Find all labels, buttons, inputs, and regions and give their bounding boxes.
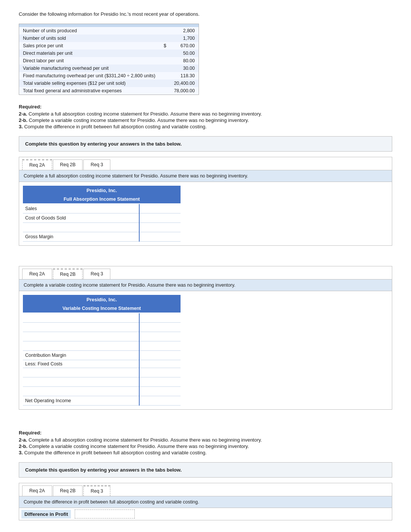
stmt-label: Cost of Goods Sold	[23, 213, 139, 223]
info-table-row: Number of units sold 1,700	[19, 35, 199, 42]
stmt-label	[23, 377, 139, 387]
info-value: 1,700	[170, 35, 199, 42]
info-table-row: Fixed manufacturing overhead per unit ($…	[19, 72, 199, 80]
stmt-table-2: Contribution MarginLess: Fixed CostsNet …	[23, 313, 181, 406]
info-table-row: Variable manufacturing overhead per unit…	[19, 65, 199, 72]
info-table-row: Total variable selling expenses ($12 per…	[19, 80, 199, 87]
stmt-input[interactable]	[142, 352, 178, 359]
info-table-row: Number of units produced 2,800	[19, 27, 199, 35]
statement-title-2: Variable Costing Income Statement	[23, 304, 181, 313]
stmt-row: Less: Fixed Costs	[23, 360, 181, 368]
tab-req-2b[interactable]: Req 2B	[53, 269, 83, 279]
required-item: 3. Compute the difference in profit betw…	[19, 124, 392, 129]
statement-wrapper-2: Presidio, Inc. Variable Costing Income S…	[19, 291, 392, 409]
info-prefix	[160, 57, 170, 65]
tab-req-2b[interactable]: Req 2B	[53, 485, 83, 496]
question-box-1: Complete this question by entering your …	[19, 136, 392, 152]
stmt-label: Less: Fixed Costs	[23, 360, 139, 368]
stmt-input[interactable]	[142, 343, 178, 349]
tab-req-3[interactable]: Req 3	[83, 485, 110, 496]
intro-text: Consider the following information for P…	[19, 11, 392, 17]
stmt-input-cell[interactable]	[139, 332, 181, 341]
stmt-input[interactable]	[142, 224, 178, 231]
stmt-input[interactable]	[142, 215, 178, 221]
tabs-row-2: Req 2AReq 2BReq 3	[19, 266, 392, 280]
info-value: 20,400.00	[170, 80, 199, 87]
stmt-row: Contribution Margin	[23, 351, 181, 360]
info-prefix	[160, 80, 170, 87]
stmt-input[interactable]	[142, 324, 178, 331]
stmt-input[interactable]	[142, 314, 178, 321]
stmt-row	[23, 377, 181, 387]
stmt-input-cell[interactable]	[139, 323, 181, 332]
stmt-row: Cost of Goods Sold	[23, 213, 181, 223]
stmt-input-cell	[139, 360, 181, 368]
info-value: 670.00	[170, 42, 199, 50]
stmt-row	[23, 323, 181, 332]
stmt-input-cell[interactable]	[139, 223, 181, 232]
stmt-row	[23, 341, 181, 351]
stmt-row	[23, 313, 181, 323]
info-label: Number of units sold	[19, 35, 160, 42]
info-prefix	[160, 27, 170, 35]
tab-req-3[interactable]: Req 3	[83, 269, 110, 279]
tab-req-2a[interactable]: Req 2A	[22, 269, 52, 279]
info-table: Number of units produced 2,800 Number of…	[19, 24, 199, 95]
info-table-row: Total fixed general and administrative e…	[19, 87, 199, 95]
info-label: Sales price per unit	[19, 42, 160, 50]
stmt-label	[23, 332, 139, 341]
stmt-input-cell[interactable]	[139, 232, 181, 242]
stmt-input-cell[interactable]	[139, 204, 181, 213]
info-prefix	[160, 35, 170, 42]
info-prefix: $	[160, 42, 170, 50]
section1-tabs-outer: Req 2AReq 2BReq 3 Complete a full absorp…	[19, 157, 392, 246]
stmt-input-cell[interactable]	[139, 377, 181, 387]
section3-tabs-outer: Req 2AReq 2BReq 3 Compute the difference…	[19, 483, 392, 520]
stmt-input-cell[interactable]	[139, 351, 181, 360]
info-value: 50.00	[170, 50, 199, 57]
stmt-input-cell[interactable]	[139, 213, 181, 223]
stmt-input[interactable]	[142, 369, 178, 376]
info-label: Variable manufacturing overhead per unit	[19, 65, 160, 72]
stmt-label	[23, 313, 139, 323]
stmt-row	[23, 332, 181, 341]
info-value: 2,800	[170, 27, 199, 35]
stmt-label	[23, 223, 139, 232]
info-value: 80.00	[170, 57, 199, 65]
stmt-input-cell[interactable]	[139, 387, 181, 396]
stmt-label	[23, 368, 139, 377]
stmt-input[interactable]	[142, 397, 178, 404]
info-table-row: Sales price per unit $ 670.00	[19, 42, 199, 50]
info-value: 78,000.00	[170, 87, 199, 95]
tab-req-2a[interactable]: Req 2A	[22, 159, 52, 170]
required-item: 3. Compute the difference in profit betw…	[19, 450, 392, 455]
stmt-input-cell[interactable]	[139, 396, 181, 406]
info-table-row: Direct labor per unit 80.00	[19, 57, 199, 65]
required-item: 2-a. Complete a full absorption costing …	[19, 437, 392, 443]
stmt-label	[23, 323, 139, 332]
tab-req-2b[interactable]: Req 2B	[53, 159, 83, 170]
tab-req-2a[interactable]: Req 2A	[22, 485, 52, 496]
tabs-row-3: Req 2AReq 2BReq 3	[19, 483, 392, 496]
section2-tabs-outer: Req 2AReq 2BReq 3 Complete a variable co…	[19, 266, 392, 410]
stmt-input[interactable]	[142, 379, 178, 385]
stmt-input[interactable]	[142, 205, 178, 212]
stmt-input[interactable]	[142, 388, 178, 395]
tabs-row-1: Req 2AReq 2BReq 3	[19, 157, 392, 170]
info-value: 118.30	[170, 72, 199, 80]
stmt-input[interactable]	[142, 333, 178, 340]
question-box-2: Complete this question by entering your …	[19, 462, 392, 478]
stmt-label	[23, 387, 139, 396]
diff-label: Difference in Profit	[21, 510, 71, 518]
stmt-input-cell[interactable]	[139, 368, 181, 377]
tab-req-3[interactable]: Req 3	[83, 159, 110, 170]
required-title-1: Required:	[19, 104, 392, 110]
stmt-input-cell[interactable]	[139, 341, 181, 351]
stmt-input[interactable]	[142, 233, 178, 240]
stmt-input-cell[interactable]	[139, 313, 181, 323]
info-prefix	[160, 72, 170, 80]
diff-profit-input[interactable]	[75, 509, 135, 518]
required-title-2: Required:	[19, 430, 392, 436]
info-prefix	[160, 87, 170, 95]
stmt-row	[23, 368, 181, 377]
